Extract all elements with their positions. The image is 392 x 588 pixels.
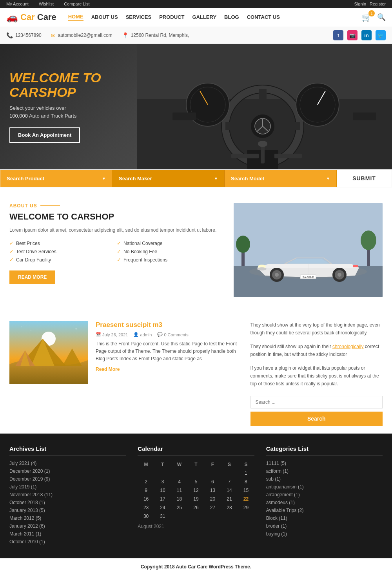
chronologically-link[interactable]: chronologically [332,344,363,349]
my-account-link[interactable]: My Account [6,2,29,6]
cal-day[interactable] [154,469,171,477]
sidebar-search-input[interactable] [250,396,383,408]
category-link[interactable]: aciform (1) [266,468,289,474]
cal-day[interactable]: 14 [221,486,238,495]
cal-day[interactable] [138,469,154,477]
cal-day[interactable]: 22 [238,495,254,503]
cal-day[interactable]: 18 [171,495,187,503]
cal-header: T [154,460,171,469]
nav-home[interactable]: HOME [68,14,83,21]
category-link[interactable]: Available Trips (2) [266,508,304,513]
cal-day[interactable]: 1 [238,469,254,477]
compare-link[interactable]: Compare List [64,2,89,6]
cal-day[interactable]: 24 [154,503,171,512]
social-icons: f 📷 in 🐦 [333,30,386,40]
nav-blog[interactable]: BLOG [224,14,239,21]
cal-day[interactable]: 25 [171,503,187,512]
cal-day[interactable]: 2 [138,477,154,486]
cal-day[interactable]: 11 [171,486,187,495]
copyright-text: Copyright 2018 Auto Car Care WordPress T… [141,564,251,570]
archive-link[interactable]: December 2020 (1) [9,468,50,474]
cal-day[interactable]: 6 [204,477,221,486]
facebook-icon[interactable]: f [333,30,343,40]
search-product-dropdown[interactable]: Search Product ▼ [0,170,113,187]
linkedin-icon[interactable]: in [361,30,372,40]
archive-link[interactable]: October 2018 (1) [9,500,45,505]
archive-link[interactable]: January 2013 (5) [9,508,45,513]
cal-day[interactable]: 17 [154,495,171,503]
category-link[interactable]: broder (1) [266,523,287,529]
archive-link[interactable]: November 2018 (11) [9,492,53,497]
category-link[interactable]: Block (11) [266,515,287,521]
archive-link[interactable]: December 2019 (9) [9,476,50,482]
archive-link[interactable]: March 2012 (5) [9,515,41,521]
blog-read-more-link[interactable]: Read More [96,367,120,372]
archive-link[interactable]: July 2021 (4) [9,461,36,466]
archive-link[interactable]: October 2010 (1) [9,539,45,544]
nav-about[interactable]: ABOUT US [91,14,118,21]
cal-day[interactable]: 12 [188,486,204,495]
wishlist-link[interactable]: Wishlist [39,2,54,6]
cal-day[interactable]: 3 [154,477,171,486]
read-more-button[interactable]: READ MORE [9,270,55,284]
hero-content: WELCOME TO CARSHOP Select your vehicles … [0,55,111,159]
category-link[interactable]: antiquarianism (1) [266,484,304,490]
nav-services[interactable]: SERVICES [126,14,152,21]
cal-day[interactable] [221,469,238,477]
search-button[interactable]: 🔍 [377,13,386,22]
category-link[interactable]: sub (1) [266,476,281,482]
cal-day[interactable] [204,469,221,477]
category-link[interactable]: arrangement (1) [266,492,300,497]
cal-day[interactable] [221,512,238,521]
cal-day[interactable]: 27 [204,503,221,512]
nav-gallery[interactable]: GALLERY [192,14,216,21]
book-appointment-button[interactable]: Book An Appointment [9,127,80,143]
sidebar-search-button[interactable]: Search [250,412,383,426]
blog-post-title[interactable]: Praesent suscipit m3 [96,321,241,329]
cal-day[interactable]: 10 [154,486,171,495]
search-model-dropdown[interactable]: Search Model ▼ [225,170,337,187]
cal-day[interactable]: 29 [238,503,254,512]
site-logo[interactable]: 🚗 Car Care [6,12,56,23]
category-link[interactable]: asmodeus (1) [266,500,295,505]
features-grid: ✓ Best Prices ✓ National Coverage ✓ Test… [9,240,222,263]
search-submit-button[interactable]: SUBMIT [337,170,392,187]
category-link[interactable]: buying (1) [266,531,287,537]
cal-day[interactable] [238,512,254,521]
blog-date: 📅 July 26, 2021 [96,332,128,337]
cal-day[interactable]: 30 [138,512,154,521]
archive-link[interactable]: January 2012 (6) [9,523,45,529]
cal-day[interactable] [171,512,187,521]
nav-contact[interactable]: CONTACT US [247,14,280,21]
twitter-icon[interactable]: 🐦 [376,30,386,40]
cal-day[interactable]: 26 [188,503,204,512]
cal-day[interactable]: 15 [238,486,254,495]
archive-link[interactable]: July 2019 (1) [9,484,36,490]
cal-day[interactable]: 28 [221,503,238,512]
cal-day[interactable] [188,512,204,521]
cal-day[interactable]: 9 [138,486,154,495]
cal-day[interactable]: 8 [238,477,254,486]
list-item: October 2018 (1) [9,499,126,505]
cal-day[interactable]: 23 [138,503,154,512]
cal-day[interactable] [188,469,204,477]
cal-day[interactable]: 19 [188,495,204,503]
cart-button[interactable]: 🛒 1 [362,13,372,22]
category-link[interactable]: 11111 (5) [266,461,286,466]
instagram-icon[interactable]: 📷 [347,30,358,40]
cal-day[interactable] [171,469,187,477]
top-bar-right[interactable]: Signin | Register [354,2,386,6]
cal-day[interactable]: 20 [204,495,221,503]
cal-day[interactable]: 5 [188,477,204,486]
cal-day[interactable]: 31 [154,512,171,521]
archive-link[interactable]: March 2011 (1) [9,531,41,537]
cal-day[interactable]: 16 [138,495,154,503]
search-maker-dropdown[interactable]: Search Maker ▼ [113,170,225,187]
cal-day[interactable]: 7 [221,477,238,486]
cal-day[interactable]: 4 [171,477,187,486]
cal-day[interactable]: 21 [221,495,238,503]
nav-product[interactable]: PRODUCT [159,14,184,21]
cal-day[interactable]: 13 [204,486,221,495]
signin-register-link[interactable]: Signin | Register [354,2,386,6]
cal-day[interactable] [204,512,221,521]
